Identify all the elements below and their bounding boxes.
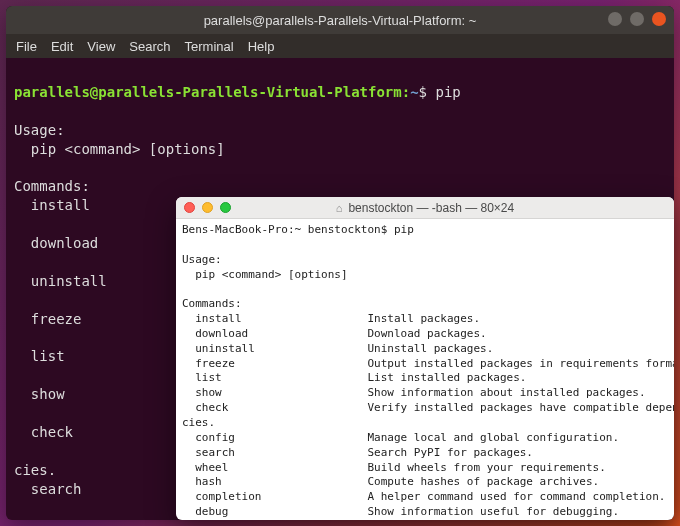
prompt-dollar: $ xyxy=(419,84,427,100)
mac-terminal-window: ⌂ benstockton — -bash — 80×24 Bens-MacBo… xyxy=(176,197,674,520)
menubar: File Edit View Search Terminal Help xyxy=(6,34,674,58)
prompt-line: Bens-MacBook-Pro:~ benstockton$ pip xyxy=(182,223,414,236)
commands-header: Commands: xyxy=(182,297,242,310)
maximize-icon[interactable] xyxy=(220,202,231,213)
traffic-lights xyxy=(184,202,231,213)
maximize-icon[interactable] xyxy=(630,12,644,26)
close-icon[interactable] xyxy=(652,12,666,26)
wrapped-text: cies. xyxy=(14,462,56,478)
home-icon: ⌂ xyxy=(336,202,343,214)
window-title: benstockton — -bash — 80×24 xyxy=(348,201,514,215)
menu-terminal[interactable]: Terminal xyxy=(185,39,234,54)
typed-command: pip xyxy=(427,84,461,100)
menu-edit[interactable]: Edit xyxy=(51,39,73,54)
menu-view[interactable]: View xyxy=(87,39,115,54)
close-icon[interactable] xyxy=(184,202,195,213)
commands-header: Commands: xyxy=(14,178,90,194)
minimize-icon[interactable] xyxy=(608,12,622,26)
ubuntu-titlebar[interactable]: parallels@parallels-Parallels-Virtual-Pl… xyxy=(6,6,674,34)
usage-header: Usage: xyxy=(14,122,65,138)
prompt-path: ~ xyxy=(410,84,418,100)
minimize-icon[interactable] xyxy=(202,202,213,213)
wrapped-text: cies. xyxy=(182,416,215,429)
window-title: parallels@parallels-Parallels-Virtual-Pl… xyxy=(204,13,477,28)
usage-line: pip <command> [options] xyxy=(14,141,225,157)
prompt-user: parallels@parallels-Parallels-Virtual-Pl… xyxy=(14,84,402,100)
mac-terminal-body[interactable]: Bens-MacBook-Pro:~ benstockton$ pip Usag… xyxy=(176,219,674,520)
menu-help[interactable]: Help xyxy=(248,39,275,54)
usage-header: Usage: xyxy=(182,253,222,266)
usage-line: pip <command> [options] xyxy=(182,268,348,281)
menu-file[interactable]: File xyxy=(16,39,37,54)
menu-search[interactable]: Search xyxy=(129,39,170,54)
window-controls xyxy=(608,12,666,26)
mac-titlebar[interactable]: ⌂ benstockton — -bash — 80×24 xyxy=(176,197,674,219)
